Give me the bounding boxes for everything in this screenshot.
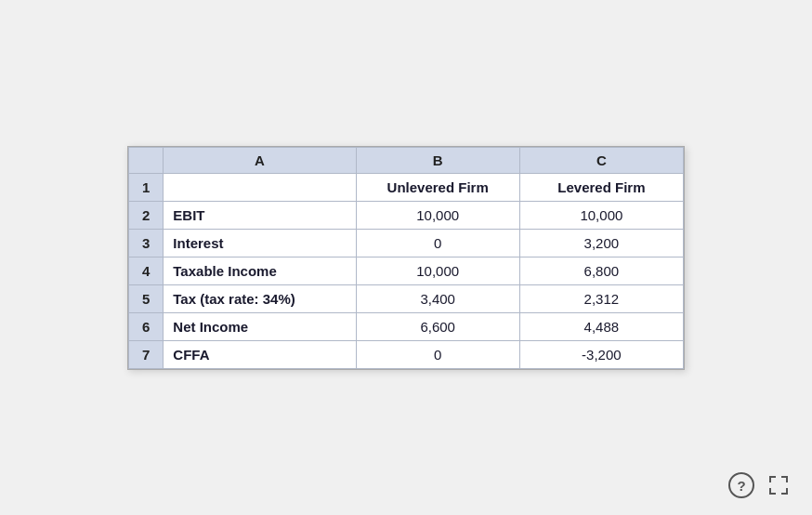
cell-3-b[interactable]: 0 bbox=[356, 229, 519, 257]
cell-5-b[interactable]: 3,400 bbox=[356, 284, 519, 312]
table-row: 4Taxable Income10,0006,800 bbox=[129, 257, 684, 284]
row-num-7[interactable]: 7 bbox=[129, 340, 164, 368]
table-row: 6Net Income6,6004,488 bbox=[129, 312, 684, 340]
bottom-icons: ? bbox=[728, 472, 790, 498]
row-num-5[interactable]: 5 bbox=[129, 284, 164, 312]
row-num-2[interactable]: 2 bbox=[129, 201, 164, 229]
cell-1-c[interactable]: Levered Firm bbox=[519, 173, 683, 201]
table-row: 1Unlevered FirmLevered Firm bbox=[129, 173, 684, 201]
table-row: 7CFFA0-3,200 bbox=[129, 340, 684, 368]
cell-4-b[interactable]: 10,000 bbox=[356, 257, 519, 284]
cell-5-a[interactable]: Tax (tax rate: 34%) bbox=[164, 284, 356, 312]
expand-button[interactable] bbox=[767, 474, 790, 496]
column-header-b[interactable]: B bbox=[356, 147, 519, 173]
cell-3-c[interactable]: 3,200 bbox=[519, 229, 683, 257]
cell-4-a[interactable]: Taxable Income bbox=[164, 257, 356, 284]
cell-7-b[interactable]: 0 bbox=[356, 340, 519, 368]
row-num-3[interactable]: 3 bbox=[129, 229, 164, 257]
row-num-4[interactable]: 4 bbox=[129, 257, 164, 284]
cell-1-a[interactable] bbox=[164, 173, 356, 201]
cell-7-a[interactable]: CFFA bbox=[164, 340, 356, 368]
row-num-6[interactable]: 6 bbox=[129, 312, 164, 340]
spreadsheet: A B C 1Unlevered FirmLevered Firm2EBIT10… bbox=[127, 146, 685, 370]
cell-6-b[interactable]: 6,600 bbox=[356, 312, 519, 340]
cell-2-c[interactable]: 10,000 bbox=[519, 201, 683, 229]
cell-3-a[interactable]: Interest bbox=[164, 229, 356, 257]
cell-5-c[interactable]: 2,312 bbox=[519, 284, 683, 312]
table-row: 5Tax (tax rate: 34%)3,4002,312 bbox=[129, 284, 684, 312]
cell-6-c[interactable]: 4,488 bbox=[519, 312, 683, 340]
cell-2-a[interactable]: EBIT bbox=[164, 201, 356, 229]
row-num-1[interactable]: 1 bbox=[129, 173, 164, 201]
cell-7-c[interactable]: -3,200 bbox=[519, 340, 683, 368]
column-header-c[interactable]: C bbox=[519, 147, 683, 173]
cell-4-c[interactable]: 6,800 bbox=[519, 257, 683, 284]
column-header-a[interactable]: A bbox=[164, 147, 356, 173]
table-row: 3Interest03,200 bbox=[129, 229, 684, 257]
corner-cell bbox=[129, 147, 164, 173]
cell-2-b[interactable]: 10,000 bbox=[356, 201, 519, 229]
help-button[interactable]: ? bbox=[728, 472, 754, 498]
cell-1-b[interactable]: Unlevered Firm bbox=[356, 173, 519, 201]
table-row: 2EBIT10,00010,000 bbox=[129, 201, 684, 229]
cell-6-a[interactable]: Net Income bbox=[164, 312, 356, 340]
